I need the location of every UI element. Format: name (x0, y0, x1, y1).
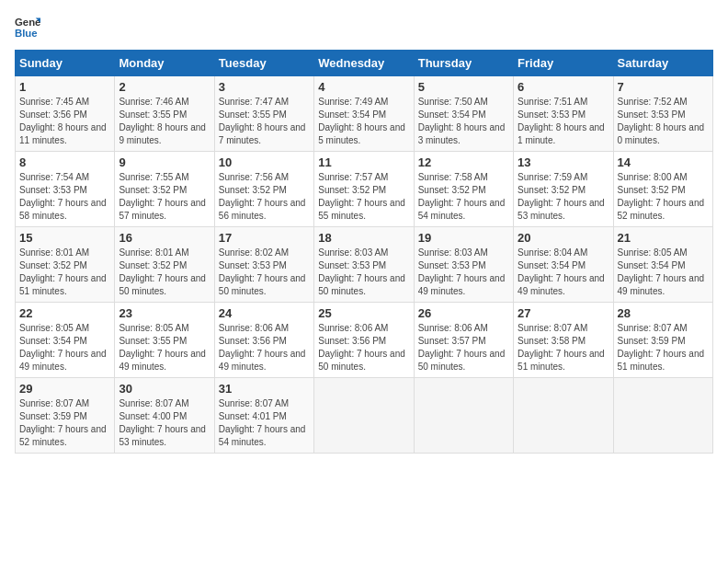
calendar-cell: 30Sunrise: 8:07 AMSunset: 4:00 PMDayligh… (115, 378, 214, 454)
calendar-cell: 28Sunrise: 8:07 AMSunset: 3:59 PMDayligh… (613, 303, 712, 378)
day-info: Sunrise: 8:05 AMSunset: 3:55 PMDaylight:… (119, 322, 210, 373)
day-number: 26 (418, 306, 509, 320)
day-number: 5 (418, 80, 509, 94)
day-info: Sunrise: 8:07 AMSunset: 3:58 PMDaylight:… (518, 322, 609, 373)
day-info: Sunrise: 7:54 AMSunset: 3:53 PMDaylight:… (19, 171, 110, 223)
day-number: 4 (318, 80, 409, 94)
header-cell-wednesday: Wednesday (314, 51, 414, 76)
day-info: Sunrise: 7:46 AMSunset: 3:55 PMDaylight:… (119, 96, 210, 147)
day-number: 22 (19, 306, 110, 320)
day-info: Sunrise: 7:49 AMSunset: 3:54 PMDaylight:… (318, 96, 409, 147)
day-number: 1 (19, 80, 110, 94)
calendar-cell: 10Sunrise: 7:56 AMSunset: 3:52 PMDayligh… (214, 152, 313, 227)
calendar-cell: 27Sunrise: 8:07 AMSunset: 3:58 PMDayligh… (514, 303, 613, 378)
calendar-cell: 1Sunrise: 7:45 AMSunset: 3:56 PMDaylight… (16, 76, 115, 152)
calendar-week-5: 29Sunrise: 8:07 AMSunset: 3:59 PMDayligh… (16, 378, 713, 454)
calendar-cell: 20Sunrise: 8:04 AMSunset: 3:54 PMDayligh… (514, 227, 613, 303)
day-number: 14 (618, 155, 709, 169)
day-number: 7 (618, 80, 709, 94)
day-info: Sunrise: 8:00 AMSunset: 3:52 PMDaylight:… (618, 171, 709, 223)
day-number: 12 (418, 155, 509, 169)
calendar-cell: 5Sunrise: 7:50 AMSunset: 3:54 PMDaylight… (414, 76, 513, 152)
day-number: 29 (19, 382, 110, 396)
day-number: 9 (119, 155, 210, 169)
day-info: Sunrise: 7:56 AMSunset: 3:52 PMDaylight:… (219, 171, 310, 223)
day-number: 2 (119, 80, 210, 94)
day-number: 18 (318, 231, 409, 245)
calendar-header: SundayMondayTuesdayWednesdayThursdayFrid… (16, 51, 713, 76)
calendar-cell: 3Sunrise: 7:47 AMSunset: 3:55 PMDaylight… (214, 76, 313, 152)
day-number: 24 (219, 306, 310, 320)
day-info: Sunrise: 8:01 AMSunset: 3:52 PMDaylight:… (119, 247, 210, 298)
day-number: 31 (219, 382, 310, 396)
calendar-cell: 12Sunrise: 7:58 AMSunset: 3:52 PMDayligh… (414, 152, 513, 227)
day-info: Sunrise: 8:03 AMSunset: 3:53 PMDaylight:… (418, 247, 509, 298)
calendar-cell: 14Sunrise: 8:00 AMSunset: 3:52 PMDayligh… (613, 152, 712, 227)
calendar-cell: 18Sunrise: 8:03 AMSunset: 3:53 PMDayligh… (314, 227, 414, 303)
day-number: 6 (518, 80, 609, 94)
calendar-cell (414, 378, 513, 454)
day-info: Sunrise: 8:05 AMSunset: 3:54 PMDaylight:… (618, 247, 709, 298)
day-info: Sunrise: 8:02 AMSunset: 3:53 PMDaylight:… (219, 247, 310, 298)
calendar-cell: 9Sunrise: 7:55 AMSunset: 3:52 PMDaylight… (115, 152, 214, 227)
calendar-cell: 24Sunrise: 8:06 AMSunset: 3:56 PMDayligh… (214, 303, 313, 378)
calendar-body: 1Sunrise: 7:45 AMSunset: 3:56 PMDaylight… (16, 76, 713, 454)
day-info: Sunrise: 7:47 AMSunset: 3:55 PMDaylight:… (219, 96, 310, 147)
calendar-cell: 31Sunrise: 8:07 AMSunset: 4:01 PMDayligh… (214, 378, 313, 454)
day-info: Sunrise: 7:58 AMSunset: 3:52 PMDaylight:… (418, 171, 509, 223)
calendar-cell: 17Sunrise: 8:02 AMSunset: 3:53 PMDayligh… (214, 227, 313, 303)
calendar-cell: 2Sunrise: 7:46 AMSunset: 3:55 PMDaylight… (115, 76, 214, 152)
calendar-cell: 23Sunrise: 8:05 AMSunset: 3:55 PMDayligh… (115, 303, 214, 378)
day-number: 3 (219, 80, 310, 94)
calendar-cell: 11Sunrise: 7:57 AMSunset: 3:52 PMDayligh… (314, 152, 414, 227)
day-info: Sunrise: 7:50 AMSunset: 3:54 PMDaylight:… (418, 96, 509, 147)
day-info: Sunrise: 8:03 AMSunset: 3:53 PMDaylight:… (318, 247, 409, 298)
calendar-cell: 15Sunrise: 8:01 AMSunset: 3:52 PMDayligh… (16, 227, 115, 303)
day-info: Sunrise: 7:59 AMSunset: 3:52 PMDaylight:… (518, 171, 609, 223)
calendar-cell: 26Sunrise: 8:06 AMSunset: 3:57 PMDayligh… (414, 303, 513, 378)
header-cell-thursday: Thursday (414, 51, 513, 76)
day-info: Sunrise: 8:06 AMSunset: 3:56 PMDaylight:… (318, 322, 409, 373)
header-cell-monday: Monday (115, 51, 214, 76)
calendar-cell: 21Sunrise: 8:05 AMSunset: 3:54 PMDayligh… (613, 227, 712, 303)
calendar-cell: 22Sunrise: 8:05 AMSunset: 3:54 PMDayligh… (16, 303, 115, 378)
day-number: 25 (318, 306, 409, 320)
day-number: 10 (219, 155, 310, 169)
day-info: Sunrise: 8:07 AMSunset: 3:59 PMDaylight:… (19, 397, 110, 449)
calendar-cell: 6Sunrise: 7:51 AMSunset: 3:53 PMDaylight… (514, 76, 613, 152)
calendar-cell (514, 378, 613, 454)
day-number: 17 (219, 231, 310, 245)
day-number: 8 (19, 155, 110, 169)
svg-text:Blue: Blue (15, 28, 38, 39)
day-number: 11 (318, 155, 409, 169)
calendar-cell: 16Sunrise: 8:01 AMSunset: 3:52 PMDayligh… (115, 227, 214, 303)
day-info: Sunrise: 8:07 AMSunset: 4:00 PMDaylight:… (119, 397, 210, 449)
day-info: Sunrise: 7:45 AMSunset: 3:56 PMDaylight:… (19, 96, 110, 147)
day-number: 13 (518, 155, 609, 169)
header-row: SundayMondayTuesdayWednesdayThursdayFrid… (16, 51, 713, 76)
calendar-cell: 13Sunrise: 7:59 AMSunset: 3:52 PMDayligh… (514, 152, 613, 227)
day-number: 28 (618, 306, 709, 320)
header-cell-sunday: Sunday (16, 51, 115, 76)
header-cell-saturday: Saturday (613, 51, 712, 76)
day-number: 27 (518, 306, 609, 320)
page-header: General Blue (15, 15, 713, 40)
calendar-cell: 4Sunrise: 7:49 AMSunset: 3:54 PMDaylight… (314, 76, 414, 152)
day-number: 30 (119, 382, 210, 396)
day-info: Sunrise: 8:01 AMSunset: 3:52 PMDaylight:… (19, 247, 110, 298)
day-info: Sunrise: 8:05 AMSunset: 3:54 PMDaylight:… (19, 322, 110, 373)
calendar-cell (613, 378, 712, 454)
day-info: Sunrise: 7:52 AMSunset: 3:53 PMDaylight:… (618, 96, 709, 147)
day-info: Sunrise: 8:06 AMSunset: 3:56 PMDaylight:… (219, 322, 310, 373)
day-number: 16 (119, 231, 210, 245)
day-info: Sunrise: 7:51 AMSunset: 3:53 PMDaylight:… (518, 96, 609, 147)
day-info: Sunrise: 8:06 AMSunset: 3:57 PMDaylight:… (418, 322, 509, 373)
calendar-cell: 25Sunrise: 8:06 AMSunset: 3:56 PMDayligh… (314, 303, 414, 378)
calendar-cell: 8Sunrise: 7:54 AMSunset: 3:53 PMDaylight… (16, 152, 115, 227)
day-number: 19 (418, 231, 509, 245)
logo: General Blue (15, 15, 40, 40)
header-cell-friday: Friday (514, 51, 613, 76)
calendar-week-2: 8Sunrise: 7:54 AMSunset: 3:53 PMDaylight… (16, 152, 713, 227)
day-number: 21 (618, 231, 709, 245)
calendar-week-3: 15Sunrise: 8:01 AMSunset: 3:52 PMDayligh… (16, 227, 713, 303)
